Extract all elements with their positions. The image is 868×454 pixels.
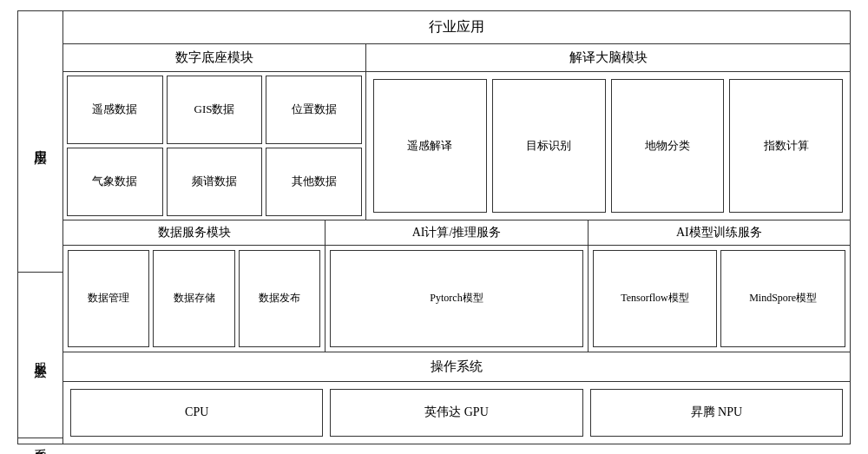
ai-train-module: AI模型训练服务 Tensorflow模型 MindSpore模型 xyxy=(589,220,850,352)
cell-target-recognition: 目标识别 xyxy=(492,79,606,213)
system-layer: 操作系统 CPU 英伟达 GPU 昇腾 NPU xyxy=(63,352,850,443)
layer-labels: 应用层 服务层 系统层 xyxy=(18,11,63,444)
service-layer: 数据服务模块 数据管理 数据存储 数据发布 AI计算/推理服务 Pytorch模… xyxy=(63,220,850,352)
app-layer-label: 应用层 xyxy=(18,11,62,273)
digital-base-grid: 遥感数据 GIS数据 位置数据 气象数据 频谱数据 其他数据 xyxy=(63,72,365,220)
cell-weather: 气象数据 xyxy=(67,148,163,216)
cell-mindspore: MindSpore模型 xyxy=(720,250,845,347)
os-label: 操作系统 xyxy=(431,359,483,375)
ai-train-title: AI模型训练服务 xyxy=(589,220,850,246)
interpret-cells: 遥感解译 目标识别 地物分类 指数计算 xyxy=(366,72,850,220)
grid-row-2: 气象数据 频谱数据 其他数据 xyxy=(67,148,362,216)
interpret-brain-module: 解译大脑模块 遥感解译 目标识别 地物分类 指数计算 xyxy=(366,44,850,220)
os-row: 操作系统 xyxy=(63,352,850,382)
cell-tensorflow: Tensorflow模型 xyxy=(593,250,718,347)
data-service-module: 数据服务模块 数据管理 数据存储 数据发布 xyxy=(63,220,326,352)
ai-compute-module: AI计算/推理服务 Pytorch模型 xyxy=(326,220,588,352)
ai-train-cells: Tensorflow模型 MindSpore模型 xyxy=(589,246,850,352)
cell-remote-interpret: 遥感解译 xyxy=(373,79,487,213)
grid-row-1: 遥感数据 GIS数据 位置数据 xyxy=(67,76,362,144)
industry-label: 行业应用 xyxy=(429,18,484,36)
cell-other: 其他数据 xyxy=(266,148,362,216)
service-layer-label: 服务层 xyxy=(18,273,62,438)
cell-data-publish: 数据发布 xyxy=(239,250,320,347)
cell-gis: GIS数据 xyxy=(167,76,263,144)
cell-gpu: 英伟达 GPU xyxy=(330,389,582,436)
cell-cpu: CPU xyxy=(70,389,323,436)
ai-compute-cells: Pytorch模型 xyxy=(326,246,587,352)
digital-base-title: 数字底座模块 xyxy=(63,44,365,72)
ai-compute-title: AI计算/推理服务 xyxy=(326,220,587,246)
interpret-brain-title: 解译大脑模块 xyxy=(366,44,850,72)
cell-geo-classify: 地物分类 xyxy=(611,79,725,213)
cell-pytorch: Pytorch模型 xyxy=(330,250,582,347)
cell-spectrum: 频谱数据 xyxy=(167,148,263,216)
cell-npu: 昇腾 NPU xyxy=(590,389,843,436)
data-service-cells: 数据管理 数据存储 数据发布 xyxy=(63,246,325,352)
data-service-title: 数据服务模块 xyxy=(63,220,325,246)
system-layer-label: 系统层 xyxy=(18,438,62,444)
digital-base-module: 数字底座模块 遥感数据 GIS数据 位置数据 气象数据 频谱数据 其他数据 xyxy=(63,44,366,220)
cell-index-calc: 指数计算 xyxy=(729,79,843,213)
cell-data-storage: 数据存储 xyxy=(153,250,234,347)
cell-data-mgmt: 数据管理 xyxy=(68,250,149,347)
service-modules-row: 数据服务模块 数据管理 数据存储 数据发布 AI计算/推理服务 Pytorch模… xyxy=(63,220,850,352)
app-modules-row: 数字底座模块 遥感数据 GIS数据 位置数据 气象数据 频谱数据 其他数据 xyxy=(63,44,850,220)
architecture-diagram: 应用层 服务层 系统层 行业应用 数字底座模块 遥感数据 GIS数据 xyxy=(17,10,851,444)
main-content: 行业应用 数字底座模块 遥感数据 GIS数据 位置数据 气象数据 xyxy=(63,11,850,444)
industry-row: 行业应用 xyxy=(63,11,850,44)
cell-location: 位置数据 xyxy=(266,76,362,144)
app-layer: 行业应用 数字底座模块 遥感数据 GIS数据 位置数据 气象数据 xyxy=(63,11,850,220)
hardware-row: CPU 英伟达 GPU 昇腾 NPU xyxy=(63,382,850,443)
cell-remote-sensing: 遥感数据 xyxy=(67,76,163,144)
